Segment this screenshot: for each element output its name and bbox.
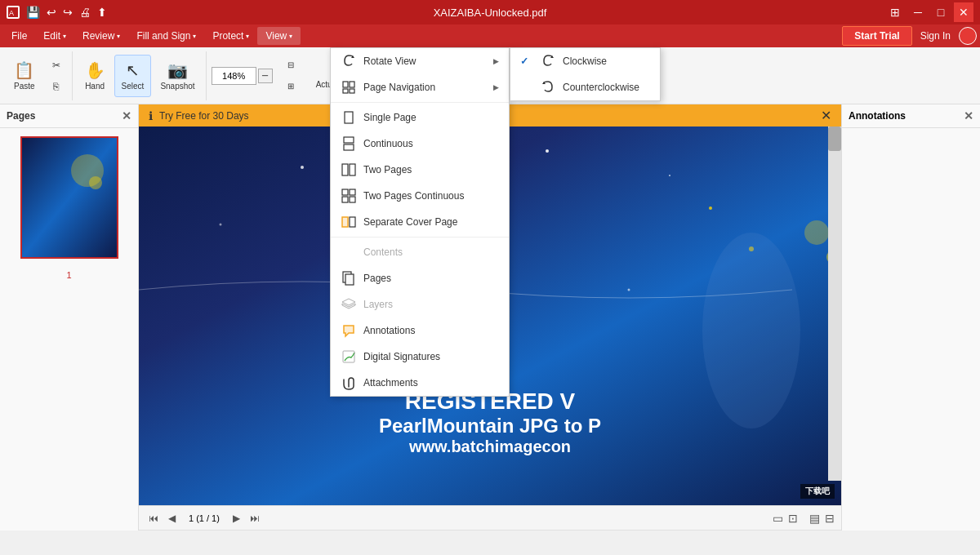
clipboard-group: 📋 Paste ✂ ⎘ — [3, 51, 73, 100]
review-group: 💬 Review 🔍 Find 📤 Export 📝 Edit PDF ∧ — [404, 51, 612, 100]
find-icon: 🔍 — [457, 60, 478, 80]
svg-point-8 — [546, 149, 549, 153]
snapshot-button[interactable]: 📷 Snapshot — [153, 55, 202, 97]
promo-info-icon: ℹ — [149, 109, 153, 122]
fit-page-icon: ⊞ — [287, 82, 294, 91]
annotations-panel: Annotations ✕ — [841, 104, 980, 531]
fit-width-bottom-icon[interactable]: ⊡ — [788, 512, 798, 525]
collapse-icon: ∧ — [590, 71, 595, 80]
pages-panel-header: Pages ✕ — [0, 104, 138, 128]
undo-icon[interactable]: ↩ — [47, 6, 56, 19]
actual-size-button[interactable]: ⊡ Actual Size — [309, 55, 364, 97]
menu-bar: File Edit ▾ Review ▾ Fill and Sign ▾ Pro… — [0, 24, 980, 47]
export-button[interactable]: 📤 Export — [487, 55, 525, 97]
copy-button[interactable]: ⎘ — [44, 77, 69, 96]
fit-page-bottom-icon[interactable]: ▭ — [773, 512, 783, 525]
page-info: 1 (1 / 1) — [182, 513, 226, 523]
pdf-view: REGISTERED V PearlMountain JPG to P www.… — [139, 127, 841, 505]
zoom-input[interactable] — [212, 67, 256, 85]
copy-icon: ⎘ — [53, 81, 59, 92]
bottom-icons: ▭ ⊡ ▤ ⊟ — [773, 512, 835, 525]
content-area: ℹ Try Free for 30 Days ✕ — [139, 104, 841, 531]
actual-size-icon: ⊡ — [331, 63, 341, 78]
collapse-toolbar-button[interactable]: ∧ — [576, 55, 608, 97]
main-area: Pages ✕ 1 — [0, 104, 980, 531]
user-avatar[interactable] — [959, 27, 977, 45]
page-thumbnail[interactable] — [20, 136, 118, 259]
scrollbar-thumb[interactable] — [828, 127, 841, 151]
menu-file[interactable]: File — [3, 27, 35, 45]
export-icon: 📤 — [496, 60, 516, 80]
page-mode-icon2[interactable]: ⊟ — [825, 512, 835, 525]
find-button[interactable]: 🔍 Find — [450, 55, 485, 97]
rotate-ccw-icon: ↺ — [379, 82, 385, 91]
start-trial-button[interactable]: Start Trial — [842, 26, 911, 46]
view-arrow-icon: ▾ — [289, 33, 292, 40]
annotations-panel-title: Annotations — [849, 110, 906, 122]
fit-width-button[interactable]: ⊟ — [274, 56, 307, 75]
cut-icon: ✂ — [52, 60, 60, 71]
annotations-panel-close[interactable]: ✕ — [964, 109, 973, 122]
paste-button[interactable]: 📋 Paste — [7, 55, 42, 97]
svg-point-14 — [804, 220, 829, 245]
cut-button[interactable]: ✂ — [44, 56, 69, 75]
zoom-out-button[interactable]: ─ — [258, 69, 273, 83]
menu-edit[interactable]: Edit ▾ — [35, 27, 74, 45]
minimize-button[interactable]: ─ — [908, 2, 928, 22]
page-mode-icon1[interactable]: ▤ — [809, 512, 820, 525]
menu-protect[interactable]: Protect ▾ — [204, 27, 257, 45]
svg-point-13 — [628, 289, 630, 291]
promo-text: Try Free for 30 Days — [159, 110, 249, 122]
maximize-button[interactable]: □ — [931, 2, 951, 22]
print-icon[interactable]: 🖨 — [79, 6, 91, 19]
grid-icon[interactable]: ⊞ — [885, 2, 905, 22]
menu-view[interactable]: View ▾ — [257, 27, 301, 45]
promo-close-button[interactable]: ✕ — [821, 108, 831, 123]
select-button[interactable]: ↖ Select — [114, 55, 152, 97]
fit-page-button[interactable]: ⊞ — [274, 77, 307, 96]
sign-in-link[interactable]: Sign In — [912, 27, 959, 45]
prev-page-button[interactable]: ◀ — [165, 511, 179, 526]
hand-icon: ✋ — [85, 60, 105, 80]
pages-panel-close[interactable]: ✕ — [122, 109, 131, 122]
thumbnail-image — [22, 138, 117, 257]
save-icon[interactable]: 💾 — [26, 6, 40, 19]
svg-point-4 — [89, 176, 102, 189]
app-icon: A — [7, 6, 20, 19]
paste-icon: 📋 — [14, 60, 34, 80]
window-controls: ⊞ ─ □ ✕ — [885, 2, 973, 22]
pages-panel: Pages ✕ 1 — [0, 104, 139, 531]
protect-arrow-icon: ▾ — [246, 33, 249, 40]
close-button[interactable]: ✕ — [954, 2, 973, 22]
title-bar-left: A 💾 ↩ ↪ 🖨 ⬆ — [7, 6, 107, 19]
select-icon: ↖ — [126, 60, 140, 80]
menu-fillsign[interactable]: Fill and Sign ▾ — [128, 27, 204, 45]
menu-review[interactable]: Review ▾ — [74, 27, 128, 45]
rotate-cw-button[interactable]: ↻ — [366, 56, 399, 75]
svg-text:A: A — [9, 9, 14, 17]
svg-point-7 — [424, 191, 426, 193]
fillsign-arrow-icon: ▾ — [193, 33, 196, 40]
horizontal-scrollbar[interactable] — [139, 530, 841, 531]
edit-arrow-icon: ▾ — [63, 33, 66, 40]
share-icon[interactable]: ⬆ — [97, 6, 107, 19]
title-bar: A 💾 ↩ ↪ 🖨 ⬆ XAIZAIBA-Unlocked.pdf ⊞ ─ □ … — [0, 0, 980, 24]
last-page-button[interactable]: ⏭ — [247, 511, 263, 526]
fit-width-icon: ⊟ — [287, 60, 294, 69]
first-page-button[interactable]: ⏮ — [145, 511, 162, 526]
hand-button[interactable]: ✋ Hand — [78, 55, 113, 97]
bottom-nav-bar: ⏮ ◀ 1 (1 / 1) ▶ ⏭ ▭ ⊡ ▤ ⊟ — [139, 505, 841, 530]
svg-rect-2 — [22, 138, 117, 257]
edit-pdf-button[interactable]: 📝 Edit PDF — [527, 55, 574, 97]
promo-bar: ℹ Try Free for 30 Days ✕ — [139, 104, 841, 127]
review-button[interactable]: 💬 Review — [408, 55, 449, 97]
pdf-watermark: REGISTERED V PearlMountain JPG to P www.… — [379, 388, 601, 456]
annotations-panel-header: Annotations ✕ — [842, 104, 980, 128]
next-page-button[interactable]: ▶ — [229, 511, 243, 526]
redo-icon[interactable]: ↪ — [63, 6, 73, 19]
site-watermark: 下载吧 — [800, 484, 835, 499]
svg-point-9 — [669, 175, 670, 176]
toolbar: 📋 Paste ✂ ⎘ ✋ Hand ↖ Select 📷 Snapshot — [0, 47, 980, 104]
rotate-ccw-button[interactable]: ↺ — [366, 77, 399, 96]
vertical-scrollbar[interactable] — [828, 127, 841, 481]
